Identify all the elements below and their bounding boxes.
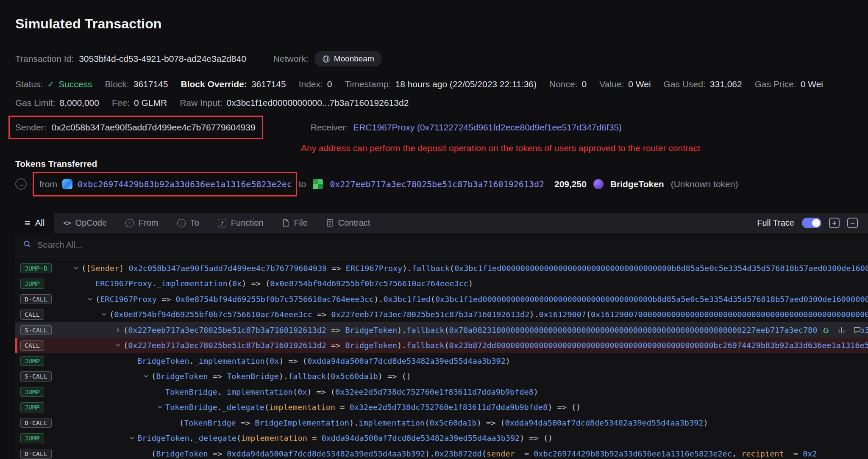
from-circle-icon: ↑ [125,219,134,227]
trace-row[interactable]: JUMP BridgeToken._implementation(0x) => … [15,353,868,369]
to-address-link[interactable]: 0x227eeb717a3ec78025be51c87b3a7160192613… [330,179,544,189]
opcode-badge: JUMP [20,387,44,397]
to-label: to [299,179,306,189]
trace-row[interactable]: JUMP TokenBridge._delegate(implementatio… [15,400,868,415]
trace-row[interactable]: CALL (0x0e8754bf94d69255bf0b7c5756610ac7… [15,307,868,323]
stat-value: 0 Wei [801,79,823,89]
search-input[interactable] [37,240,860,250]
chart-icon[interactable] [837,326,846,334]
stat-value: Success [58,79,92,89]
chevron-icon[interactable] [70,265,81,271]
opcode-badge: S·CALL [20,325,52,335]
trace-row[interactable]: JUMP·D ([Sender] 0x2c058b347ae90f5add7d4… [15,260,868,276]
stat-label: Status: [15,79,43,89]
expand-all-icon[interactable]: + [829,218,840,228]
opcode-badge: JUMP·D [20,263,52,274]
from-address-avatar [62,179,72,189]
trace-row[interactable]: D·CALL (ERC1967Proxy => 0x0e8754bf94d692… [15,291,868,307]
stat-item: Gas Price:0 Wei [755,79,823,89]
trace-row[interactable]: CALL (0x227eeb717a3ec78025be51c87b3a7160… [15,338,868,354]
trace-row[interactable]: JUMP ERC1967Proxy._implementation(0x) =>… [15,276,868,292]
from-group: from 0xbc26974429b83b92a33d636ee1a1316e5… [39,179,292,189]
sender-group: Sender: 0x2c058b347ae90f5add7d499ee4c7b7… [15,122,256,133]
chevron-icon[interactable] [112,342,123,348]
stat-value: 0 GLMR [134,98,167,108]
tab-contract[interactable]: Contract [317,213,380,233]
trace-row[interactable]: JUMP TokenBridge._implementation(0x) => … [15,384,868,400]
tab-all[interactable]: ≡All [15,213,54,233]
trace-row[interactable]: D·CALL (BridgeToken => 0xdda94da500af7dc… [15,446,868,459]
trace-tab-bar: ≡All<>OpCode↑From↓ToƒFunctionFileContrac… [15,213,868,233]
page-title: Simulated Transaction [15,16,868,32]
trace-tab-controls: Full Trace + − [757,213,868,233]
contract-icon [326,219,334,227]
stat-label: Value: [599,79,624,89]
tab-label: All [35,218,45,228]
to-address-avatar [313,179,323,189]
tab-from[interactable]: ↑From [116,213,168,233]
from-address-link[interactable]: 0xbc26974429b83b92a33d636ee1a1316e5823e2… [78,179,292,189]
network-name: Moonbeam [334,54,374,64]
tab-label: OpCode [75,218,107,228]
stat-value: 3617145 [134,79,168,89]
full-trace-toggle[interactable] [802,218,821,228]
collapse-all-icon[interactable]: − [847,218,858,228]
trace-line: (TokenBridge => BridgeImplementation).im… [179,418,868,427]
stat-label: Block Override: [181,79,247,89]
trace-row-actions [817,322,861,338]
trace-line: (BridgeToken => TokenBridge).fallback(0x… [151,372,868,381]
from-label: from [39,179,57,189]
sender-address: 0x2c058b347ae90f5add7d499ee4c7b767796049… [52,122,256,133]
stat-label: Gas Limit: [15,98,56,108]
tab-function[interactable]: ƒFunction [209,213,273,233]
stat-value: 0 [582,79,587,89]
tab-to[interactable]: ↓To [168,213,209,233]
chevron-icon[interactable] [112,327,123,333]
tokens-transferred-title: Tokens Transferred [15,159,868,169]
trace-line: (0x0e8754bf94d69255bf0b7c5756610ac764eee… [109,310,868,319]
debug-icon[interactable] [822,326,830,334]
network-label: Network: [273,54,309,64]
chevron-icon[interactable] [154,404,165,410]
stat-item: Block Override:3617145 [181,79,286,89]
parties-row: Sender: 0x2c058b347ae90f5add7d499ee4c7b7… [15,122,868,133]
trace-row[interactable]: S·CALL (BridgeToken => TokenBridge).fall… [15,369,868,384]
stat-item: Raw Input:0x3bc1f1ed0000000000...7b3a716… [180,98,409,108]
opcode-badge: D·CALL [20,449,52,459]
trace-row[interactable]: JUMP BridgeToken._delegate(implementatio… [15,431,868,446]
trace-row[interactable]: D·CALL (TokenBridge => BridgeImplementat… [15,415,868,431]
stat-item: Index:0 [299,79,332,89]
trace-row[interactable]: S·CALL (0x227eeb717a3ec78025be51c87b3a71… [15,322,868,338]
vulnerability-annotation: Any address can perform the deposit oper… [301,143,700,153]
chevron-icon[interactable] [84,296,95,302]
chevron-icon[interactable] [140,373,151,379]
chevron-icon[interactable] [98,311,109,318]
opcode-badge: CALL [20,310,44,320]
stat-label: Timestamp: [345,79,391,89]
list-icon: ≡ [25,218,31,228]
tab-file[interactable]: File [273,213,317,233]
stat-item: Timestamp:18 hours ago (22/05/2023 22:11… [345,79,537,89]
stat-item: Fee:0 GLMR [112,98,167,108]
stat-label: Block: [105,79,129,89]
search-icon [23,240,31,250]
stat-item: Status:✓Success [15,79,92,89]
token-icon [593,179,604,189]
check-icon: ✓ [47,79,54,89]
trace-line: BridgeToken._delegate(implementation = 0… [137,434,868,442]
comment-icon[interactable] [853,326,861,334]
globe-icon [322,55,330,63]
stat-value: 3617145 [251,79,286,89]
chevron-icon[interactable] [126,435,137,441]
trace-line: (0x227eeb717a3ec78025be51c87b3a716019261… [123,326,868,335]
tab-label: From [139,218,159,228]
opcode-badge: D·CALL [20,418,52,428]
stat-label: Gas Used: [664,79,706,89]
tab-opcode[interactable]: <>OpCode [54,213,116,233]
receiver-address-link[interactable]: ERC1967Proxy (0x711227245d961fd2ece80d9e… [353,122,622,133]
trace-line: BridgeToken._implementation(0x) => (0xdd… [137,357,868,365]
stat-value: 0 [327,79,332,89]
file-icon [282,219,289,227]
to-circle-icon: ↓ [177,219,186,227]
trace-tabs: ≡All<>OpCode↑From↓ToƒFunctionFileContrac… [15,213,379,233]
